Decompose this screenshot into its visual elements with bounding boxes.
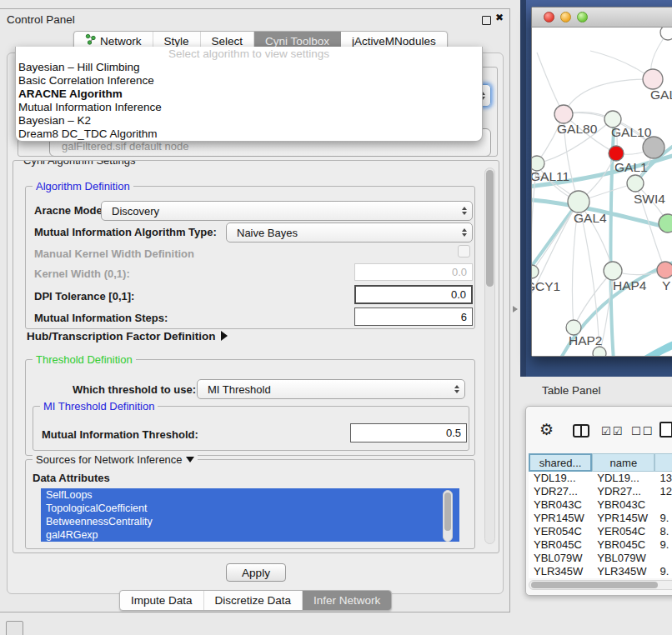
column-header-hidden[interactable] bbox=[654, 453, 672, 472]
dropdown-prompt: Select algorithm to view settings bbox=[16, 47, 482, 61]
table-hscrollbar[interactable] bbox=[529, 580, 672, 590]
hub-definition-label: Hub/Transcription Factor Definition bbox=[27, 330, 216, 342]
dropdown-item-basic-correlation-inference[interactable]: Basic Correlation Inference bbox=[16, 74, 482, 88]
expand-right-icon bbox=[221, 331, 228, 341]
network-node-gal7[interactable] bbox=[643, 69, 663, 89]
tab-discretize-data[interactable]: Discretize Data bbox=[204, 591, 303, 610]
attribute-item-selfloops[interactable]: SelfLoops bbox=[41, 488, 459, 502]
settings-scrollbar-thumb[interactable] bbox=[486, 170, 494, 287]
minimized-widget[interactable] bbox=[6, 621, 23, 635]
table-row[interactable]: YDL19...YDL19...13 bbox=[529, 472, 672, 485]
close-window-icon[interactable] bbox=[544, 12, 554, 22]
node-label-y: Y bbox=[662, 278, 670, 292]
dropdown-item-bayesian-hill-climbing[interactable]: Bayesian – Hill Climbing bbox=[16, 61, 482, 74]
network-node[interactable] bbox=[593, 347, 606, 356]
column-header-name[interactable]: name bbox=[592, 453, 654, 472]
gear-icon[interactable]: ⚙ bbox=[539, 420, 554, 438]
network-canvas[interactable]: GAL7GAL80GAL10GAL1GAL11SWI4GAL4GCY1HAP4Y… bbox=[532, 28, 672, 356]
attribute-item-betweennesscentrality[interactable]: BetweennessCentrality bbox=[41, 515, 459, 528]
attribute-item-topologicalcoefficient[interactable]: TopologicalCoefficient bbox=[41, 502, 459, 515]
table-row[interactable]: YBL079WYBL079W bbox=[529, 552, 672, 565]
aracne-mode-combobox[interactable]: Discovery bbox=[101, 201, 473, 221]
mi-type-combobox[interactable]: Naive Bayes bbox=[226, 222, 473, 242]
hub-definition-expander[interactable]: Hub/Transcription Factor Definition bbox=[27, 330, 228, 342]
attribute-item-gal4rgexp[interactable]: gal4RGexp bbox=[41, 528, 459, 542]
tab-impute-data[interactable]: Impute Data bbox=[120, 591, 204, 610]
network-collection-value: galFiltered.sif default node bbox=[62, 140, 188, 152]
minimize-window-icon[interactable] bbox=[560, 12, 571, 22]
attributes-scrollbar-thumb[interactable] bbox=[444, 492, 451, 531]
node-label-hap2: HAP2 bbox=[569, 333, 603, 348]
attributes-scrollbar[interactable] bbox=[443, 490, 453, 542]
cyni-bottom-tabs: Impute DataDiscretize DataInfer Network bbox=[119, 590, 392, 611]
table-row[interactable]: YPR145WYPR145W9. bbox=[529, 512, 672, 525]
network-edge bbox=[564, 79, 653, 114]
node-label-gal80: GAL80 bbox=[557, 122, 598, 136]
table-cell: YBR045C bbox=[592, 538, 654, 552]
mi-steps-field[interactable]: 6 bbox=[354, 308, 473, 326]
network-node-gcy1[interactable] bbox=[532, 265, 539, 278]
data-attributes-list[interactable]: SelfLoopsTopologicalCoefficientBetweenne… bbox=[41, 488, 459, 543]
mi-type-label: Mutual Information Algorithm Type: bbox=[34, 226, 217, 238]
table-cell: YDR27... bbox=[592, 485, 654, 498]
network-node-gal80[interactable] bbox=[554, 105, 573, 123]
dropdown-item-dream8-dc-tdc-algorithm[interactable]: Dream8 DC_TDC Algorithm bbox=[16, 128, 482, 141]
threshold-definition-group: Threshold Definition Which threshold to … bbox=[25, 359, 475, 456]
dpi-tolerance-field[interactable]: 0.0 bbox=[354, 285, 473, 304]
table-cell: 9. bbox=[654, 512, 672, 525]
network-node-gal4[interactable] bbox=[568, 191, 589, 212]
sources-title[interactable]: Sources for Network Inference bbox=[33, 453, 198, 466]
table-row[interactable]: YBR043CYBR043C bbox=[529, 498, 672, 512]
dropdown-item-mutual-information-inference[interactable]: Mutual Information Inference bbox=[16, 101, 482, 114]
dpi-tolerance-label: DPI Tolerance [0,1]: bbox=[34, 290, 134, 302]
table-cell: YPR145W bbox=[529, 512, 592, 525]
table-row[interactable]: YBR045CYBR045C9. bbox=[529, 538, 672, 552]
network-node[interactable] bbox=[660, 28, 672, 40]
network-node-gal1[interactable] bbox=[609, 146, 624, 161]
split-columns-icon[interactable] bbox=[573, 424, 589, 438]
table-row[interactable]: YLR345WYLR345W9. bbox=[529, 565, 672, 578]
table-cell: YBR043C bbox=[592, 498, 654, 512]
network-edge bbox=[537, 52, 564, 114]
network-node-y[interactable] bbox=[657, 262, 672, 278]
algorithm-definition-group: Algorithm Definition Aracne Mode: Discov… bbox=[25, 186, 475, 329]
select-all-icon[interactable]: ☑☑ bbox=[601, 425, 624, 438]
table-hscrollbar-thumb[interactable] bbox=[531, 582, 658, 588]
table-cell: 13 bbox=[654, 472, 672, 485]
panel-divider-arrow[interactable] bbox=[513, 306, 518, 312]
combobox-stepper-icon bbox=[462, 228, 467, 237]
table-cell: YLR345W bbox=[529, 565, 592, 578]
network-window-titlebar[interactable] bbox=[532, 8, 672, 28]
kernel-width-field[interactable]: 0.0 bbox=[354, 263, 473, 281]
apply-button[interactable]: Apply bbox=[226, 563, 286, 582]
data-attributes-label: Data Attributes bbox=[33, 472, 110, 484]
float-window-icon[interactable] bbox=[482, 16, 491, 25]
network-node[interactable] bbox=[659, 214, 672, 232]
file-icon[interactable] bbox=[659, 422, 672, 438]
column-header-shared[interactable]: shared... bbox=[529, 453, 592, 472]
which-threshold-combobox[interactable]: MI Threshold bbox=[197, 379, 465, 399]
dropdown-item-aracne-algorithm[interactable]: ARACNE Algorithm bbox=[16, 88, 482, 101]
close-icon[interactable]: ✖ bbox=[495, 12, 504, 23]
network-node[interactable] bbox=[643, 137, 664, 158]
table-header-row: shared...name bbox=[529, 453, 672, 472]
mi-threshold-field[interactable]: 0.5 bbox=[350, 423, 467, 442]
mi-steps-label: Mutual Information Steps: bbox=[34, 312, 168, 324]
table-cell: YBR043C bbox=[529, 498, 592, 512]
cyni-algorithm-settings-group: Cyni Algorithm Settings Algorithm Defini… bbox=[13, 160, 499, 553]
network-node-hap4[interactable] bbox=[604, 262, 622, 280]
node-label-hap4: HAP4 bbox=[613, 278, 647, 292]
table-cell: YPR145W bbox=[592, 512, 654, 525]
zoom-window-icon[interactable] bbox=[577, 12, 588, 22]
settings-scrollbar[interactable] bbox=[484, 168, 495, 544]
table-row[interactable]: YDR27...YDR27...12 bbox=[529, 485, 672, 498]
tab-infer-network[interactable]: Infer Network bbox=[303, 591, 391, 610]
dropdown-item-bayesian-k2[interactable]: Bayesian – K2 bbox=[16, 114, 482, 128]
manual-kernel-checkbox[interactable] bbox=[458, 245, 470, 258]
network-node-swi4[interactable] bbox=[627, 175, 644, 192]
settings-group-title: Cyni Algorithm Settings bbox=[20, 160, 138, 167]
table-row[interactable]: YER054CYER054C8. bbox=[529, 525, 672, 538]
table-cell: YBL079W bbox=[529, 552, 592, 565]
table-cell: YDR27... bbox=[529, 485, 592, 498]
deselect-all-icon[interactable]: ☐☐ bbox=[631, 425, 654, 438]
